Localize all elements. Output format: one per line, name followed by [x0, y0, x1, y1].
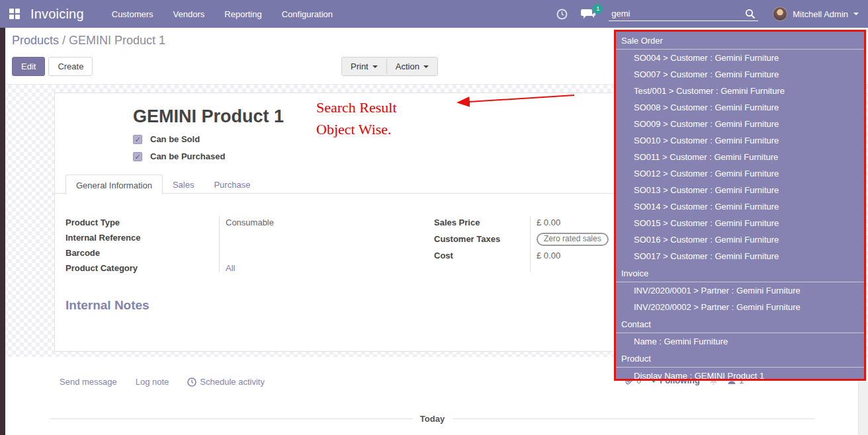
field-value: Consumable: [219, 218, 274, 227]
section-header-contact: Contact: [616, 315, 864, 333]
product-category-link[interactable]: All: [219, 263, 235, 273]
section-sale-order: Sale Order SO004 > Customer : Gemini Fur…: [616, 32, 864, 264]
breadcrumb-separator: /: [59, 34, 69, 47]
section-header-invoice: Invoice: [616, 264, 864, 282]
field-internal-reference: Internal Reference: [65, 233, 274, 248]
app-brand[interactable]: Invoicing: [30, 7, 84, 22]
send-message-button[interactable]: Send message: [60, 377, 117, 387]
search-result-item[interactable]: Display Name : GEMINI Product 1: [616, 368, 864, 381]
activities-clock-icon[interactable]: [556, 9, 568, 20]
can-be-sold-checkbox[interactable]: ✓: [133, 135, 142, 144]
section-product: Product Display Name : GEMINI Product 1: [616, 350, 864, 381]
field-label: Product Category: [65, 263, 219, 273]
top-navbar: Invoicing CustomersVendorsReportingConfi…: [0, 0, 868, 28]
search-result-item[interactable]: SO007 > Customer : Gemini Furniture: [616, 66, 864, 83]
message-count-badge: 1: [593, 4, 603, 14]
can-be-purchased-row: ✓ Can be Purchased: [133, 151, 225, 161]
search-icon[interactable]: [745, 9, 756, 19]
systray: 1 Mitchell Admin: [556, 7, 859, 21]
field-product-category: Product Category All: [65, 263, 274, 278]
global-search: [609, 7, 758, 21]
search-result-item[interactable]: SO012 > Customer : Gemini Furniture: [616, 165, 864, 182]
menu-item[interactable]: Reporting: [224, 9, 261, 19]
section-contact: Contact Name : Gemini Furniture: [616, 315, 864, 350]
edit-button[interactable]: Edit: [12, 57, 45, 76]
search-input[interactable]: [611, 9, 745, 19]
can-be-purchased-label: Can be Purchased: [150, 151, 225, 161]
section-invoice: Invoice INV/2020/0001 > Partner : Gemini…: [616, 264, 864, 315]
chevron-down-icon: [853, 13, 859, 15]
tab-sales[interactable]: Sales: [163, 175, 204, 193]
search-result-item[interactable]: SO008 > Customer : Gemini Furniture: [616, 99, 864, 116]
user-name: Mitchell Admin: [793, 9, 848, 19]
chatter-composer: Send message Log note Schedule activity: [60, 377, 265, 387]
product-title: GEMINI Product 1: [133, 106, 284, 127]
invoice-results: INV/2020/0001 > Partner : Gemini Furnitu…: [616, 282, 864, 315]
can-be-sold-row: ✓ Can be Sold: [133, 134, 200, 144]
tax-badge[interactable]: Zero rated sales: [537, 233, 609, 246]
window-edge: [0, 28, 5, 435]
contact-results: Name : Gemini Furniture: [616, 333, 864, 350]
search-result-item[interactable]: SO004 > Customer : Gemini Furniture: [616, 50, 864, 66]
annotation-text: Search Result Object Wise.: [316, 97, 397, 140]
search-result-item[interactable]: INV/2020/0002 > Partner : Gemini Furnitu…: [616, 299, 864, 315]
field-label: Cost: [434, 251, 530, 260]
product-results: Display Name : GEMINI Product 1: [616, 368, 864, 381]
breadcrumb: Products / GEMINI Product 1: [12, 34, 165, 48]
messages-icon[interactable]: 1: [581, 9, 595, 20]
field-cost: Cost £ 0.00: [434, 251, 609, 267]
breadcrumb-current: GEMINI Product 1: [69, 34, 165, 47]
main-menu: CustomersVendorsReportingConfiguration: [112, 9, 333, 19]
chevron-down-icon: [423, 65, 429, 68]
search-result-item[interactable]: SO011 > Customer : Gemini Furniture: [616, 149, 864, 165]
search-result-item[interactable]: Test/001 > Customer : Gemini Furniture: [616, 83, 864, 99]
search-result-item[interactable]: SO014 > Customer : Gemini Furniture: [616, 198, 864, 215]
search-result-item[interactable]: SO013 > Customer : Gemini Furniture: [616, 182, 864, 198]
field-customer-taxes: Customer Taxes Zero rated sales: [434, 234, 609, 251]
fields-right-column: Sales Price £ 0.00 Customer Taxes Zero r…: [434, 218, 609, 267]
field-separator: [530, 216, 531, 272]
create-button[interactable]: Create: [48, 57, 93, 76]
breadcrumb-products-link[interactable]: Products: [12, 34, 59, 47]
search-result-item[interactable]: SO016 > Customer : Gemini Furniture: [616, 231, 864, 248]
schedule-activity-button[interactable]: Schedule activity: [187, 377, 265, 387]
field-label: Sales Price: [434, 218, 530, 227]
field-value: £ 0.00: [530, 218, 560, 227]
can-be-purchased-checkbox[interactable]: ✓: [133, 152, 142, 161]
section-header-sale-order: Sale Order: [616, 32, 864, 50]
internal-notes-heading: Internal Notes: [65, 298, 150, 313]
date-divider: Today: [50, 418, 815, 419]
menu-item[interactable]: Customers: [112, 9, 153, 19]
search-results-dropdown: Sale Order SO004 > Customer : Gemini Fur…: [614, 30, 866, 381]
sale-order-results: SO004 > Customer : Gemini FurnitureSO007…: [616, 50, 864, 264]
search-result-item[interactable]: SO010 > Customer : Gemini Furniture: [616, 132, 864, 149]
print-dropdown-button[interactable]: Print: [342, 58, 386, 75]
chevron-down-icon: [372, 65, 378, 68]
apps-menu-icon[interactable]: [9, 9, 20, 19]
date-divider-label: Today: [412, 414, 453, 424]
field-label: Barcode: [65, 248, 219, 258]
search-result-item[interactable]: SO015 > Customer : Gemini Furniture: [616, 215, 864, 231]
fields-left-column: Product Type Consumable Internal Referen…: [65, 218, 274, 278]
log-note-button[interactable]: Log note: [136, 377, 169, 387]
can-be-sold-label: Can be Sold: [150, 134, 200, 144]
tab-purchase[interactable]: Purchase: [204, 175, 260, 193]
clock-icon: [187, 377, 196, 387]
tab-general-information[interactable]: General Information: [65, 175, 163, 194]
field-label: Customer Taxes: [434, 234, 530, 244]
field-product-type: Product Type Consumable: [65, 218, 274, 233]
action-dropdown-button[interactable]: Action: [386, 58, 437, 75]
menu-item[interactable]: Vendors: [173, 9, 205, 19]
annotation-arrow: [445, 91, 577, 111]
search-result-item[interactable]: Name : Gemini Furniture: [616, 333, 864, 350]
user-menu[interactable]: Mitchell Admin: [773, 7, 859, 21]
search-result-item[interactable]: SO017 > Customer : Gemini Furniture: [616, 248, 864, 264]
section-header-product: Product: [616, 350, 864, 368]
menu-item[interactable]: Configuration: [282, 9, 333, 19]
scrollbar[interactable]: [858, 381, 868, 435]
search-result-item[interactable]: INV/2020/0001 > Partner : Gemini Furnitu…: [616, 282, 864, 299]
field-separator: [219, 216, 220, 272]
field-label: Product Type: [65, 218, 219, 227]
print-action-group: Print Action: [341, 57, 438, 76]
search-result-item[interactable]: SO009 > Customer : Gemini Furniture: [616, 116, 864, 132]
